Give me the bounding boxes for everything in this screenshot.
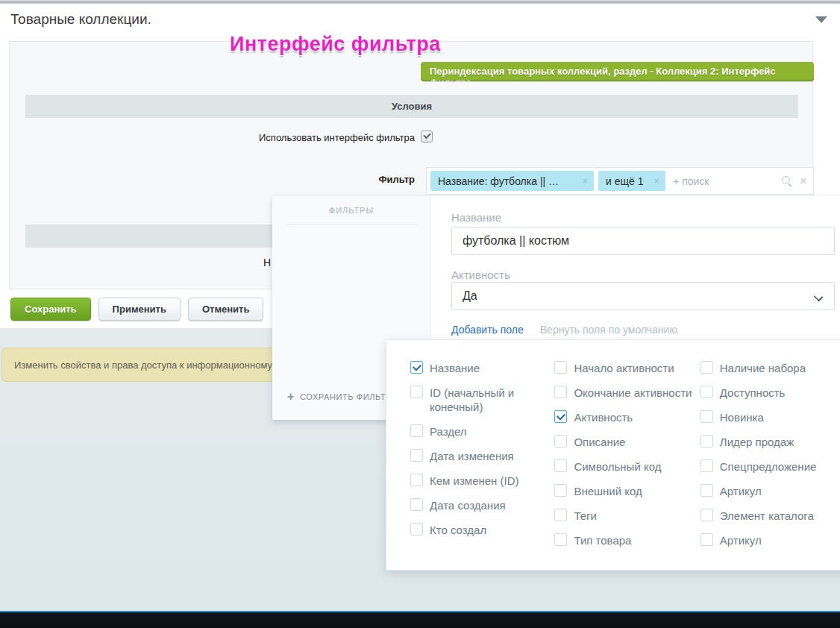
field-item[interactable]: Кем изменен (ID): [410, 474, 554, 488]
tag-close-icon[interactable]: ×: [582, 175, 588, 186]
filter-tag-label: и ещё 1: [606, 175, 643, 187]
field-label: Спецпредложение: [720, 459, 817, 474]
field-label: Название: [430, 361, 480, 375]
checkbox[interactable]: [700, 361, 713, 374]
tag-close-icon[interactable]: ×: [653, 175, 659, 186]
field-item[interactable]: Новинка: [700, 410, 840, 424]
checkbox[interactable]: [410, 523, 423, 536]
field-item[interactable]: Доступность: [700, 386, 840, 400]
field-item[interactable]: Окончание активности: [554, 386, 700, 400]
field-label: Новинка: [720, 410, 764, 424]
restore-fields-link[interactable]: Вернуть поля по умолчанию: [540, 324, 677, 336]
activity-select[interactable]: Да: [451, 282, 835, 310]
field-chooser-popup: Название ID (начальный и конечный) Разде…: [386, 339, 840, 571]
checkbox[interactable]: [410, 449, 423, 462]
clear-filter-icon[interactable]: ×: [800, 176, 807, 186]
cancel-button[interactable]: Отменить: [188, 298, 264, 321]
conditions-section-header: Условия: [25, 95, 798, 118]
field-item[interactable]: Спецпредложение: [700, 459, 840, 474]
plus-icon: +: [287, 390, 295, 404]
filter-panel-links: Добавить поле Вернуть поля по умолчанию: [451, 324, 677, 336]
use-filter-label: Использовать интерфейс фильтра: [259, 132, 415, 143]
field-item[interactable]: Артикул: [700, 484, 840, 498]
filter-search-placeholder[interactable]: + поиск: [673, 175, 782, 187]
checkbox[interactable]: [410, 386, 423, 398]
checkbox[interactable]: [410, 498, 423, 511]
field-label: Активность: [574, 410, 633, 424]
field-item[interactable]: Активность: [554, 410, 700, 424]
filter-search-box[interactable]: Название: футболка || … × и ещё 1 × + по…: [426, 167, 814, 195]
filter-tag-more[interactable]: и ещё 1 ×: [598, 171, 665, 191]
apply-button[interactable]: Применить: [98, 298, 181, 321]
checkbox[interactable]: [700, 435, 713, 448]
checkbox[interactable]: [410, 424, 423, 437]
field-item[interactable]: Раздел: [410, 424, 554, 439]
name-field-input[interactable]: [451, 227, 835, 255]
use-filter-checkbox[interactable]: [421, 131, 433, 142]
notice-text: Изменить свойства и права доступа к инфо…: [14, 359, 272, 371]
overlay-caption: Интерфейс фильтра: [230, 33, 441, 56]
filter-tag-name[interactable]: Название: футболка || … ×: [430, 171, 594, 191]
field-label: Дата создания: [430, 498, 506, 512]
checkbox[interactable]: [554, 435, 567, 448]
checkbox[interactable]: [700, 533, 713, 546]
chevron-down-icon: [815, 292, 822, 300]
checkbox[interactable]: [554, 533, 567, 546]
collapse-form-icon[interactable]: [815, 16, 827, 23]
checkbox[interactable]: [554, 509, 567, 521]
field-label: Символьный код: [574, 459, 661, 474]
field-item[interactable]: Начало активности: [554, 361, 700, 375]
filter-tag-label: Название: футболка || …: [438, 175, 559, 187]
field-label: Начало активности: [574, 361, 674, 375]
sidebar-title: ФИЛЬТРЫ: [272, 206, 430, 215]
checkbox[interactable]: [410, 474, 423, 486]
field-item[interactable]: ID (начальный и конечный): [410, 386, 554, 414]
field-item[interactable]: Наличие набора: [700, 361, 840, 375]
field-label: Дата изменения: [430, 449, 514, 463]
field-item[interactable]: Тип товара: [554, 533, 700, 547]
field-label: Элемент каталога: [720, 509, 814, 523]
activity-field-label: Активность: [451, 269, 510, 281]
checkbox[interactable]: [554, 386, 567, 398]
activity-select-value: Да: [463, 289, 477, 303]
checkbox[interactable]: [700, 459, 713, 472]
add-field-link[interactable]: Добавить поле: [451, 324, 524, 336]
field-item[interactable]: Описание: [554, 435, 700, 449]
field-label: Наличие набора: [720, 361, 806, 375]
checkbox[interactable]: [700, 386, 713, 398]
name-field-label: Название: [451, 211, 501, 224]
checkbox[interactable]: [700, 410, 713, 423]
field-item[interactable]: Дата изменения: [410, 449, 554, 463]
checkbox[interactable]: [554, 484, 567, 497]
sidebar-divider: [287, 224, 417, 224]
field-item[interactable]: Элемент каталога: [700, 509, 840, 523]
field-item[interactable]: Кто создал: [410, 523, 554, 537]
checkbox[interactable]: [554, 410, 567, 423]
obscured-label-fragment: Н: [263, 257, 271, 269]
field-label: Кем изменен (ID): [430, 474, 519, 488]
field-item[interactable]: Символьный код: [554, 459, 700, 474]
field-label: Лидер продаж: [720, 435, 794, 449]
checkbox[interactable]: [554, 361, 567, 374]
save-button[interactable]: Сохранить: [10, 298, 91, 321]
field-label: Раздел: [430, 424, 467, 439]
field-label: Описание: [574, 435, 625, 449]
field-item[interactable]: Теги: [554, 509, 700, 523]
field-column-2: Начало активности Окончание активности А…: [554, 361, 700, 570]
save-filter-button[interactable]: + СОХРАНИТЬ ФИЛЬТР: [287, 390, 392, 404]
checkbox[interactable]: [700, 509, 713, 521]
field-item[interactable]: Лидер продаж: [700, 435, 840, 449]
field-label: Окончание активности: [574, 386, 692, 400]
checkbox[interactable]: [554, 459, 567, 472]
field-item[interactable]: Артикул: [700, 533, 840, 547]
field-item[interactable]: Внешний код: [554, 484, 700, 498]
field-label: Артикул: [720, 484, 762, 498]
field-label: Кто создал: [430, 523, 486, 537]
checkbox[interactable]: [410, 361, 423, 374]
search-icon[interactable]: [782, 176, 792, 186]
save-filter-label: СОХРАНИТЬ ФИЛЬТР: [300, 392, 392, 401]
checkbox[interactable]: [700, 484, 713, 497]
field-label: Тип товара: [574, 533, 631, 547]
field-item[interactable]: Дата создания: [410, 498, 554, 512]
field-item[interactable]: Название: [410, 361, 554, 375]
